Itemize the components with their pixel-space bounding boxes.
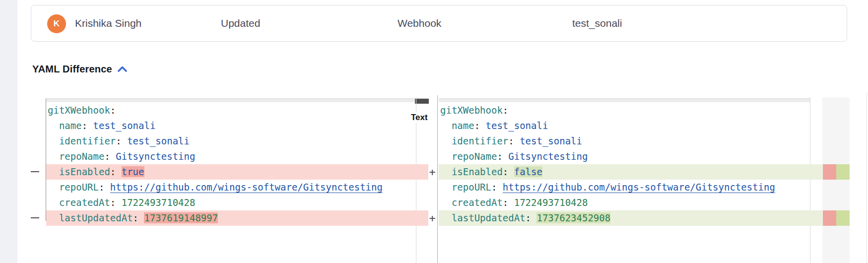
code-segment: : — [104, 151, 116, 162]
code-segment: createdAt — [440, 197, 503, 208]
code-segment: name — [440, 120, 474, 131]
audit-action: Updated — [221, 5, 260, 41]
repo-url-link[interactable]: https://github.com/wings-software/Gitsyn… — [110, 182, 383, 193]
code-segment: : — [508, 135, 520, 146]
code-segment: : — [82, 120, 93, 131]
code-segment: Gitsynctesting — [508, 151, 588, 162]
audit-user-name: Krishika Singh — [75, 5, 141, 41]
code-line: repoURL: https://github.com/wings-softwa… — [46, 180, 428, 195]
audit-row[interactable]: K Krishika Singh Updated Webhook test_so… — [31, 5, 847, 42]
code-segment: gitXWebhook — [440, 105, 503, 116]
code-segment: 1722493710428 — [514, 197, 588, 208]
code-segment: 1737623452908 — [536, 212, 610, 223]
ruler-removed-mark — [823, 164, 836, 180]
code-line: identifier: test_sonali — [439, 133, 822, 149]
code-segment: 1737619148997 — [144, 212, 218, 223]
avatar: K — [47, 14, 66, 33]
yaml-diff-left-panel[interactable]: gitXWebhook: name: test_sonali identifie… — [46, 103, 428, 226]
code-segment: : — [503, 166, 514, 177]
code-segment: : — [503, 105, 508, 116]
code-segment: lastUpdatedAt — [48, 212, 133, 223]
page-left-gutter — [0, 0, 17, 263]
code-segment: isEnabled — [440, 166, 503, 177]
code-segment: : — [503, 197, 514, 208]
code-line: gitXWebhook: — [439, 103, 822, 118]
code-segment: false — [514, 166, 542, 177]
repo-url-link[interactable]: https://github.com/wings-software/Gitsyn… — [503, 182, 775, 193]
code-line: name: test_sonali — [439, 118, 822, 133]
code-segment: lastUpdatedAt — [440, 212, 526, 223]
right-horizontal-scrollbar-track[interactable] — [439, 98, 810, 102]
code-line: repoName: Gitsynctesting — [439, 149, 822, 164]
added-line-marker: + — [427, 164, 438, 180]
code-line: repoURL: https://github.com/wings-softwa… — [439, 180, 822, 195]
overview-ruler[interactable] — [822, 97, 850, 263]
audit-yaml-diff-screen: K Krishika Singh Updated Webhook test_so… — [0, 0, 868, 263]
code-line: createdAt: 1722493710428 — [46, 195, 428, 210]
yaml-diff-right-panel[interactable]: gitXWebhook: name: test_sonali identifie… — [439, 103, 822, 226]
audit-resource-type: Webhook — [398, 5, 441, 41]
code-segment: repoName — [440, 151, 497, 162]
code-line: isEnabled: false — [439, 164, 822, 180]
code-line: lastUpdatedAt: 1737623452908 — [439, 210, 822, 226]
ruler-added-mark — [836, 164, 850, 180]
yaml-difference-toggle[interactable]: YAML Difference — [32, 64, 128, 75]
code-segment: : — [116, 135, 127, 146]
code-segment: : — [491, 182, 503, 193]
left-horizontal-scrollbar-track[interactable] — [46, 98, 428, 102]
code-line: isEnabled: true — [46, 164, 428, 180]
audit-resource-name: test_sonali — [572, 5, 622, 41]
code-segment: 1722493710428 — [122, 197, 196, 208]
code-line: gitXWebhook: — [46, 103, 428, 118]
code-segment: repoURL — [440, 182, 491, 193]
code-segment: : — [133, 212, 144, 223]
code-segment: test_sonali — [520, 135, 582, 146]
code-segment: createdAt — [48, 197, 110, 208]
chevron-up-icon[interactable] — [117, 66, 128, 73]
code-segment: : — [110, 166, 122, 177]
code-segment: gitXWebhook — [48, 105, 110, 116]
code-segment: : — [497, 151, 508, 162]
code-segment: repoName — [48, 151, 104, 162]
code-segment: Gitsynctesting — [116, 151, 195, 162]
code-segment: : — [526, 212, 537, 223]
removed-line-marker — [31, 171, 39, 172]
code-line: repoName: Gitsynctesting — [46, 149, 428, 164]
code-line: lastUpdatedAt: 1737619148997 — [46, 210, 428, 226]
diff-type-label: Text — [410, 113, 429, 123]
ruler-added-mark — [836, 210, 850, 226]
ruler-removed-mark — [823, 210, 836, 226]
page-right-edge-line — [867, 92, 867, 263]
code-segment: test_sonali — [93, 120, 156, 131]
code-segment: test_sonali — [486, 120, 548, 131]
code-line: identifier: test_sonali — [46, 133, 428, 149]
code-line: createdAt: 1722493710428 — [439, 195, 822, 210]
code-segment: repoURL — [48, 182, 99, 193]
code-segment: : — [474, 120, 486, 131]
avatar-initial: K — [54, 19, 60, 29]
code-segment: identifier — [48, 135, 116, 146]
code-segment: : — [110, 197, 122, 208]
code-segment: : — [99, 182, 110, 193]
code-segment: : — [110, 105, 116, 116]
code-line: name: test_sonali — [46, 118, 428, 133]
code-segment: isEnabled — [48, 166, 110, 177]
code-segment: true — [122, 166, 144, 177]
code-segment: identifier — [440, 135, 508, 146]
added-line-marker: + — [427, 210, 438, 226]
code-segment: test_sonali — [127, 135, 190, 146]
removed-line-marker — [31, 217, 39, 218]
code-segment: name — [48, 120, 82, 131]
yaml-difference-title: YAML Difference — [32, 64, 112, 75]
